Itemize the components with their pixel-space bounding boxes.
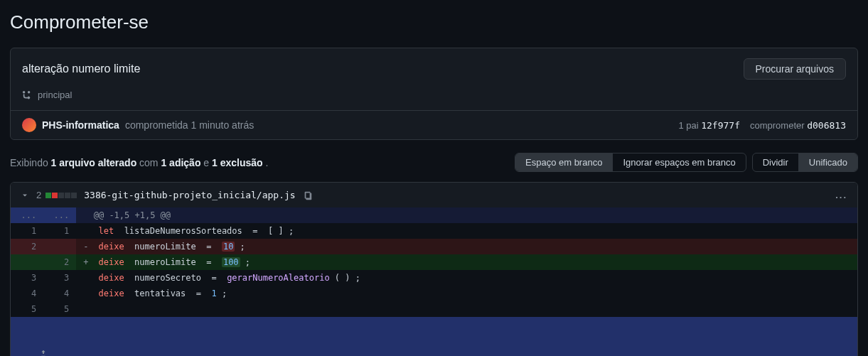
expand-hunk-button[interactable]	[11, 317, 857, 356]
parent-label: 1 pai	[678, 120, 698, 131]
commit-sha: d006813	[807, 120, 846, 131]
committed-time: comprometida 1 minuto atrás	[125, 119, 254, 131]
branch-icon	[22, 90, 32, 100]
branch-name: principal	[38, 90, 72, 100]
file-path[interactable]: 3386-git-github-projeto_inicial/app.js	[84, 190, 295, 200]
chevron-down-icon[interactable]	[21, 191, 29, 200]
split-view-button[interactable]: Dividir	[753, 153, 798, 171]
expand-down-icon	[38, 349, 48, 356]
copy-icon[interactable]	[303, 190, 313, 200]
diff-line: 4 4 deixe tentativas = 1 ;	[11, 286, 857, 301]
whitespace-toggle: Espaço em branco Ignorar espaços em bran…	[515, 153, 746, 172]
diffstat-add-block	[45, 193, 51, 198]
file-actions-menu[interactable]: ...	[835, 190, 847, 200]
file-diff-box: 2 3386-git-github-projeto_inicial/app.js…	[10, 182, 858, 356]
diff-line: 5 5	[11, 301, 857, 317]
commit-label: comprometer	[750, 120, 805, 131]
author-name[interactable]: PHS-informatica	[42, 119, 119, 131]
page-title: Comprometer-se	[10, 11, 858, 33]
commit-box: alteração numero limite Procurar arquivo…	[10, 48, 858, 140]
diff-line-added: 2 + deixe numeroLimite = 100 ;	[11, 254, 857, 270]
diff-line: 3 3 deixe numeroSecreto = gerarNumeroAle…	[11, 270, 857, 286]
diff-line: 1 1 let listaDeNumerosSorteados = [ ] ;	[11, 223, 857, 239]
whitespace-ignore-button[interactable]: Ignorar espaços em branco	[612, 153, 745, 171]
whitespace-show-button[interactable]: Espaço em branco	[515, 153, 612, 171]
unified-view-button[interactable]: Unificado	[798, 153, 857, 171]
browse-files-button[interactable]: Procurar arquivos	[744, 58, 847, 80]
diff-line-deleted: 2 - deixe numeroLimite = 10 ;	[11, 239, 857, 254]
diffstat-del-block	[52, 193, 58, 198]
avatar	[22, 118, 36, 132]
parent-sha[interactable]: 12f977f	[701, 120, 740, 131]
diff-summary: Exibindo 1 arquivo alterado com 1 adição…	[10, 157, 268, 168]
hunk-header: ... ... @@ -1,5 +1,5 @@	[11, 207, 857, 223]
diff-table: ... ... @@ -1,5 +1,5 @@ 1 1 let listaDeN…	[11, 207, 857, 356]
view-toggle: Dividir Unificado	[752, 153, 858, 172]
diffstat: 2	[36, 190, 77, 200]
commit-message: alteração numero limite	[22, 63, 140, 75]
